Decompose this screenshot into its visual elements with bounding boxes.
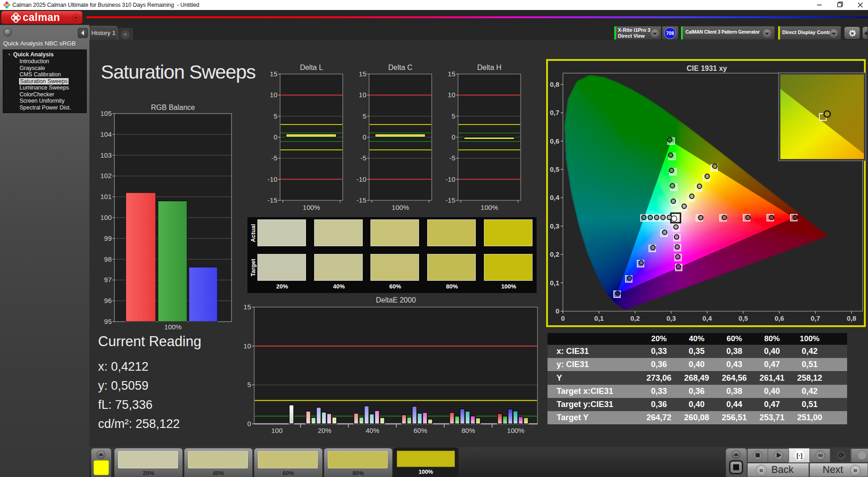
svg-text:-10: -10 <box>445 175 455 183</box>
svg-text:0,5: 0,5 <box>739 314 748 322</box>
svg-text:15: 15 <box>270 70 277 78</box>
svg-text:0,1: 0,1 <box>550 279 559 287</box>
svg-text:0,6: 0,6 <box>774 314 784 322</box>
svg-text:0,4: 0,4 <box>550 194 560 201</box>
svg-text:5: 5 <box>363 112 366 120</box>
svg-text:0,3: 0,3 <box>666 314 676 322</box>
svg-text:-15: -15 <box>445 196 455 204</box>
svg-text:97: 97 <box>104 276 112 283</box>
svg-text:104: 104 <box>100 130 112 138</box>
svg-text:5: 5 <box>274 112 277 120</box>
svg-text:0,8: 0,8 <box>847 314 856 322</box>
svg-text:0,2: 0,2 <box>550 250 559 258</box>
svg-text:5: 5 <box>247 381 251 388</box>
svg-text:0,1: 0,1 <box>594 314 604 322</box>
svg-text:-5: -5 <box>360 154 366 162</box>
svg-text:0: 0 <box>452 133 455 141</box>
svg-text:10: 10 <box>270 91 277 99</box>
svg-text:-15: -15 <box>267 196 277 204</box>
svg-text:100%: 100% <box>507 427 524 434</box>
svg-text:100: 100 <box>271 427 282 434</box>
svg-text:0: 0 <box>247 420 251 427</box>
svg-text:100%: 100% <box>481 204 498 211</box>
svg-text:105: 105 <box>100 109 112 117</box>
svg-text:CIE 1931 xy: CIE 1931 xy <box>687 65 727 72</box>
svg-text:99: 99 <box>104 234 112 242</box>
svg-text:15: 15 <box>243 303 251 311</box>
svg-text:0,2: 0,2 <box>630 314 640 322</box>
svg-text:-15: -15 <box>356 196 366 204</box>
svg-text:100%: 100% <box>303 204 320 211</box>
svg-text:100%: 100% <box>392 204 409 211</box>
svg-text:98: 98 <box>104 255 112 263</box>
svg-text:96: 96 <box>104 297 112 304</box>
svg-text:-5: -5 <box>449 154 455 162</box>
svg-text:40%: 40% <box>365 427 379 434</box>
svg-text:0,8: 0,8 <box>550 80 559 88</box>
svg-text:80%: 80% <box>461 427 475 434</box>
svg-text:15: 15 <box>448 70 455 78</box>
svg-text:[·]: [·] <box>797 452 803 459</box>
svg-text:101: 101 <box>100 193 112 200</box>
svg-text:20%: 20% <box>318 427 331 434</box>
svg-text:0,6: 0,6 <box>550 137 559 145</box>
svg-text:0: 0 <box>556 307 559 315</box>
svg-text:10: 10 <box>243 342 251 350</box>
svg-text:15: 15 <box>359 70 366 78</box>
svg-text:0: 0 <box>274 133 277 141</box>
svg-text:0: 0 <box>363 133 366 141</box>
svg-text:0,5: 0,5 <box>550 165 559 173</box>
svg-text:-10: -10 <box>356 175 366 183</box>
svg-text:60%: 60% <box>414 427 427 434</box>
svg-text:102: 102 <box>100 172 112 179</box>
svg-text:DeltaE 2000: DeltaE 2000 <box>376 296 416 304</box>
svg-text:⟳: ⟳ <box>838 452 844 459</box>
svg-text:10: 10 <box>448 91 455 99</box>
svg-text:-5: -5 <box>271 154 277 162</box>
svg-text:0: 0 <box>561 314 565 322</box>
svg-text:Delta H: Delta H <box>477 64 501 71</box>
svg-text:10: 10 <box>359 91 366 99</box>
svg-text:0,3: 0,3 <box>550 222 559 230</box>
svg-text:RGB Balance: RGB Balance <box>151 104 195 111</box>
svg-text:∞: ∞ <box>818 451 823 459</box>
svg-text:100%: 100% <box>164 323 182 331</box>
svg-text:0,7: 0,7 <box>550 109 559 116</box>
svg-text:Delta C: Delta C <box>388 64 412 71</box>
svg-text:-10: -10 <box>267 175 277 183</box>
svg-text:95: 95 <box>104 318 112 325</box>
svg-text:100: 100 <box>100 214 112 221</box>
svg-text:Delta L: Delta L <box>300 64 323 71</box>
svg-text:0,7: 0,7 <box>811 314 820 322</box>
svg-text:5: 5 <box>452 112 455 120</box>
svg-text:103: 103 <box>100 151 112 159</box>
svg-text:0,4: 0,4 <box>702 314 712 322</box>
